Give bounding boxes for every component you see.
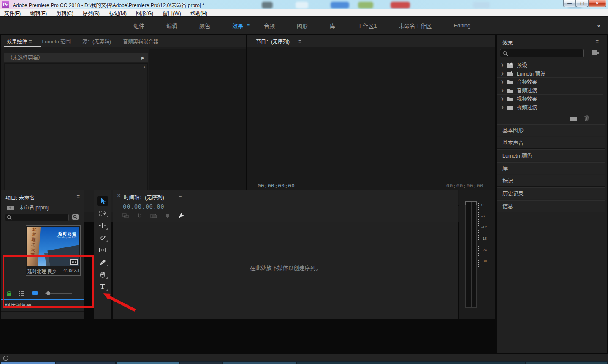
expand-arrow-icon[interactable]: ▶ — [141, 53, 144, 62]
close-panel-icon[interactable]: ✕ — [117, 193, 121, 198]
linked-selection-icon[interactable] — [150, 213, 157, 219]
clip-thumbnail[interactable]: 北京理工大学 延时北理 Timelapse BIT — [27, 227, 79, 266]
chevron-right-icon[interactable]: ❯ — [501, 63, 507, 67]
workspace-overflow-chevron-icon[interactable]: » — [597, 22, 600, 29]
tab-source-monitor[interactable]: 源：(无剪辑) — [82, 38, 111, 45]
scroll-up-icon[interactable]: ▲ — [143, 65, 146, 69]
program-monitor-tabbar: 节目：(无序列) ≡ — [247, 35, 495, 47]
program-duration-timecode: 00;00;00;00 — [446, 182, 483, 189]
maximize-button[interactable]: ▢ — [576, 0, 588, 7]
chevron-right-icon[interactable]: ❯ — [501, 80, 507, 84]
icon-view-icon[interactable] — [32, 291, 38, 296]
menu-clip[interactable]: 剪辑(C) — [56, 9, 73, 16]
tab-info[interactable]: 信息 — [497, 200, 605, 212]
panel-menu-icon[interactable]: ≡ — [29, 38, 32, 44]
project-writable-lock-icon[interactable] — [6, 291, 12, 297]
effect-controls-tabbar: 效果控件 ≡ Lumetri 范围 源：(无剪辑) 音频剪辑混合器 — [1, 35, 246, 47]
menu-help[interactable]: 帮助(H) — [190, 9, 208, 16]
meter-label: -12 — [481, 225, 487, 229]
workspace-tab-editing-cn[interactable]: 编辑 — [166, 22, 177, 30]
tool-pen[interactable] — [97, 258, 108, 267]
workspace-tab-libraries[interactable]: 库 — [330, 22, 335, 30]
status-bar — [0, 354, 608, 361]
workspace-tab-color[interactable]: 颜色 — [199, 22, 210, 30]
clip-item[interactable]: 北京理工大学 延时北理 Timelapse BIT 延时北理 良乡 4:39:2… — [26, 225, 81, 276]
chevron-right-icon[interactable]: ❯ — [501, 105, 507, 109]
tool-hand[interactable] — [97, 270, 108, 279]
menu-marker[interactable]: 标记(M) — [109, 9, 127, 16]
tool-ripple-edit[interactable] — [97, 221, 108, 230]
thumbnail-pillar: 北京理工大学 — [27, 227, 41, 266]
tree-row-audio-transitions[interactable]: ❯ 音频过渡 — [497, 86, 603, 95]
project-panel: 项目: 未命名 ≡ 未命名.prproj 北京理工大学 延时北理 — [1, 190, 84, 300]
tab-media-browser[interactable]: 媒体浏览器 — [1, 301, 84, 312]
tree-row-presets[interactable]: ❯ 预设 — [497, 61, 603, 69]
search-bin-icon[interactable] — [72, 214, 79, 220]
snap-magnet-icon[interactable] — [137, 213, 143, 219]
tab-timeline[interactable]: 时间轴：(无序列) — [124, 193, 164, 201]
menu-bar: 文件(F) 编辑(E) 剪辑(C) 序列(S) 标记(M) 图形(G) 窗口(W… — [0, 9, 608, 17]
panel-menu-icon[interactable]: ≡ — [298, 38, 301, 44]
panel-menu-icon[interactable]: ≡ — [179, 193, 182, 199]
workspace-tab-assembly[interactable]: 组件 — [133, 22, 144, 30]
chevron-right-icon[interactable]: ❯ — [501, 71, 507, 76]
tab-effect-controls[interactable]: 效果控件 — [7, 38, 27, 45]
tree-row-audio-effects[interactable]: ❯ 音频效果 — [497, 78, 603, 86]
menu-file[interactable]: 文件(F) — [4, 9, 21, 16]
effects-search-input[interactable] — [500, 49, 584, 57]
no-clip-selected-header: （未选择剪辑） ▶ — [4, 53, 148, 62]
meter-label: 0 — [481, 203, 483, 207]
project-panel-title[interactable]: 项目: 未命名 — [5, 193, 35, 201]
menu-window[interactable]: 窗口(W) — [163, 9, 181, 16]
menu-edit[interactable]: 编辑(E) — [30, 9, 47, 16]
clip-name[interactable]: 延时北理 良乡 — [27, 268, 57, 274]
project-search-input[interactable] — [5, 214, 69, 221]
tree-row-video-transitions[interactable]: ❯ 视频过渡 — [497, 103, 603, 111]
menu-sequence[interactable]: 序列(S) — [83, 9, 100, 16]
minimize-button[interactable]: — — [563, 0, 576, 7]
creative-cloud-sync-icon — [3, 356, 8, 361]
timeline-settings-wrench-icon[interactable] — [178, 212, 185, 219]
tab-essential-sound[interactable]: 基本声音 — [497, 137, 605, 149]
panel-menu-icon[interactable]: ≡ — [595, 38, 599, 44]
slider-knob[interactable] — [46, 291, 50, 295]
timeline-drop-zone[interactable]: 在此处放下媒体以创建序列。 — [113, 222, 458, 319]
tool-track-select-forward[interactable] — [97, 209, 108, 218]
delete-trash-icon[interactable] — [584, 115, 589, 121]
tree-row-video-effects[interactable]: ❯ 视频效果 — [497, 95, 603, 103]
workspace-menu-icon[interactable]: ≡ — [247, 23, 250, 29]
workspace-tab-effects[interactable]: 效果 — [232, 22, 243, 30]
add-marker-icon[interactable] — [165, 213, 170, 219]
workspace-tab-audio[interactable]: 音频 — [264, 22, 275, 30]
tool-selection[interactable] — [97, 196, 108, 206]
tab-libraries[interactable]: 库 — [497, 162, 605, 174]
workspace-tab-graphics[interactable]: 图形 — [297, 22, 308, 30]
tab-markers[interactable]: 标记 — [497, 175, 605, 187]
list-view-icon[interactable] — [19, 291, 25, 296]
insert-overwrite-nested-icon[interactable] — [122, 213, 129, 219]
new-bin-icon[interactable] — [570, 116, 578, 121]
chevron-right-icon[interactable]: ❯ — [501, 88, 507, 92]
workspace-tab-editing-en[interactable]: Editing — [453, 22, 470, 29]
tab-lumetri-scopes[interactable]: Lumetri 范围 — [42, 38, 71, 45]
tab-lumetri-color[interactable]: Lumetri 颜色 — [497, 149, 605, 161]
tool-slip[interactable] — [97, 245, 108, 255]
close-button[interactable]: ✕ — [588, 0, 606, 7]
windows-taskbar-edge — [0, 361, 608, 364]
tab-essential-graphics[interactable]: 基本图形 — [497, 124, 605, 136]
tool-razor[interactable] — [97, 233, 108, 242]
tool-type[interactable]: T — [97, 282, 108, 291]
workspace-switcher: 组件 编辑 颜色 效果 ≡ 音频 图形 库 工作区1 未命名工作区 Editin… — [0, 17, 608, 34]
workspace-tab-workspace1[interactable]: 工作区1 — [357, 22, 377, 30]
thumbnail-zoom-slider[interactable] — [45, 293, 72, 294]
menu-graphics[interactable]: 图形(G) — [136, 9, 153, 16]
panel-menu-icon[interactable]: ≡ — [76, 193, 80, 199]
tab-program-monitor[interactable]: 节目：(无序列) — [256, 38, 290, 45]
project-file-row[interactable]: 未命名.prproj — [6, 204, 49, 211]
chevron-right-icon[interactable]: ❯ — [501, 97, 507, 101]
tab-history[interactable]: 历史记录 — [497, 187, 605, 199]
workspace-tab-unnamed[interactable]: 未命名工作区 — [399, 22, 432, 30]
tree-row-lumetri-presets[interactable]: ❯ Lumetri 预设 — [497, 69, 603, 78]
new-custom-bin-icon[interactable] — [591, 49, 600, 56]
tab-audio-clip-mixer[interactable]: 音频剪辑混合器 — [123, 38, 158, 45]
